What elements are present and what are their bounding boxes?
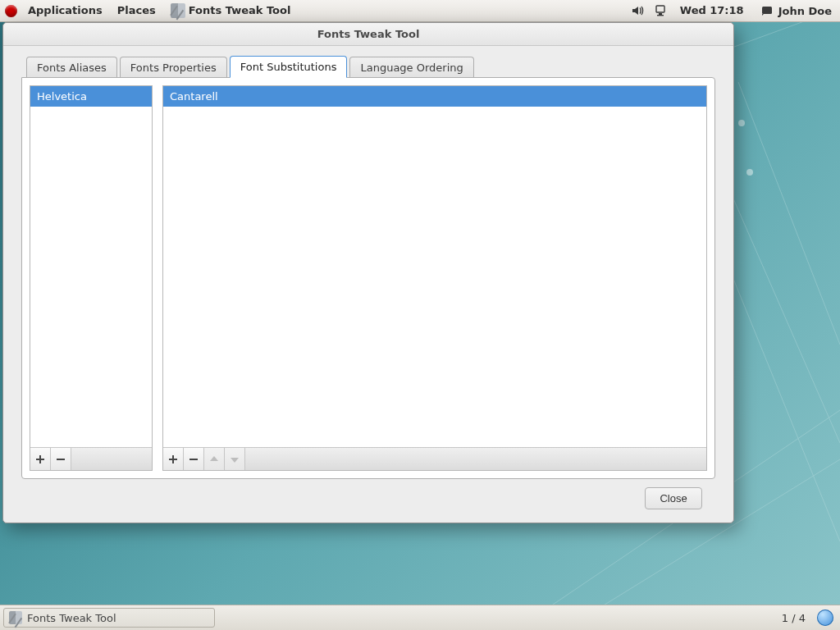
move-up-button[interactable] xyxy=(204,448,225,470)
bottom-panel: Fonts Tweak Tool 1 / 4 xyxy=(0,605,840,630)
svg-rect-4 xyxy=(659,13,662,15)
active-window-title: Fonts Tweak Tool xyxy=(189,0,291,21)
svg-rect-5 xyxy=(657,15,664,16)
tab-fonts-aliases[interactable]: Fonts Aliases xyxy=(26,57,117,77)
network-icon[interactable] xyxy=(654,4,667,17)
svg-rect-6 xyxy=(762,7,772,14)
source-fonts-pane: Helvetica xyxy=(30,85,153,471)
svg-rect-8 xyxy=(189,459,198,460)
user-status-icon xyxy=(760,4,774,17)
move-down-button[interactable] xyxy=(225,448,245,470)
menu-applications[interactable]: Applications xyxy=(21,0,110,21)
list-item[interactable]: Cantarell xyxy=(163,86,706,107)
clock[interactable]: Wed 17:18 xyxy=(672,0,752,21)
fonts-tweak-icon xyxy=(171,3,185,18)
substitute-toolbar xyxy=(163,447,706,470)
substitute-fonts-pane: Cantarell xyxy=(162,85,707,471)
taskbar-entry-label: Fonts Tweak Tool xyxy=(27,612,116,624)
add-substitute-button[interactable] xyxy=(163,448,184,470)
user-name: John Doe xyxy=(778,5,832,17)
tab-fonts-properties[interactable]: Fonts Properties xyxy=(120,57,227,77)
window-titlebar[interactable]: Fonts Tweak Tool xyxy=(3,23,733,46)
close-button[interactable]: Close xyxy=(645,487,702,509)
svg-rect-7 xyxy=(57,459,65,460)
tab-font-substitutions[interactable]: Font Substitutions xyxy=(230,56,348,78)
tab-font-substitutions: Helvetica Cantarell xyxy=(21,77,715,479)
svg-point-2 xyxy=(746,169,753,176)
user-menu[interactable]: John Doe xyxy=(752,4,840,17)
active-window-indicator[interactable]: Fonts Tweak Tool xyxy=(163,0,299,21)
menu-places[interactable]: Places xyxy=(110,0,163,21)
fonts-tweak-icon xyxy=(9,611,22,624)
workspace-indicator[interactable]: 1 / 4 xyxy=(774,612,814,624)
fonts-tweak-window: Fonts Tweak Tool Fonts AliasesFonts Prop… xyxy=(2,22,734,523)
source-fonts-list[interactable]: Helvetica xyxy=(30,86,152,447)
top-panel: Applications Places Fonts Tweak Tool Wed… xyxy=(0,0,840,22)
tab-language-ordering[interactable]: Language Ordering xyxy=(349,57,473,77)
tab-bar: Fonts AliasesFonts PropertiesFont Substi… xyxy=(21,53,715,77)
taskbar-entry-fonts-tweak[interactable]: Fonts Tweak Tool xyxy=(3,608,215,628)
volume-icon[interactable] xyxy=(631,4,644,17)
workspace-switcher-icon[interactable] xyxy=(817,609,833,626)
remove-source-button[interactable] xyxy=(51,448,71,470)
substitute-fonts-list[interactable]: Cantarell xyxy=(163,86,706,447)
svg-rect-3 xyxy=(656,6,664,12)
add-source-button[interactable] xyxy=(30,448,51,470)
remove-substitute-button[interactable] xyxy=(184,448,204,470)
list-item[interactable]: Helvetica xyxy=(30,86,152,107)
source-toolbar xyxy=(30,447,152,470)
svg-point-0 xyxy=(738,120,745,126)
distro-logo-icon xyxy=(5,5,17,17)
